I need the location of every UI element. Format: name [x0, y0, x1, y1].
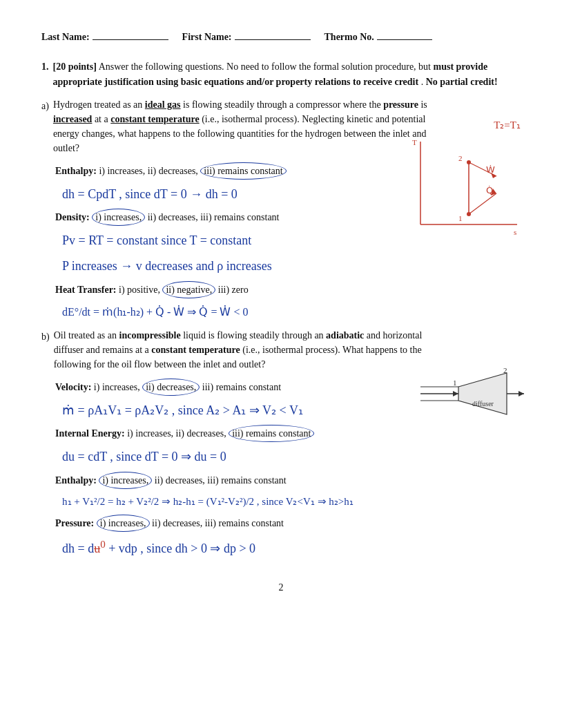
heat-question: Heat Transfer: i) positive, ii) negative…	[55, 281, 521, 298]
pa-text4: at a	[95, 114, 110, 124]
pb-text1: Oil treated as an	[54, 330, 117, 341]
density-opts: ii) decreases, iii) remains constant	[148, 212, 280, 222]
pressure-b-label: Pressure:	[55, 518, 94, 528]
enthalpy-b-circled: i) increases,	[99, 472, 152, 489]
svg-text:2: 2	[503, 366, 507, 374]
q1-header: 1. [20 points] Answer the following ques…	[41, 59, 521, 90]
q1-text1: Answer the following questions. No need …	[99, 61, 431, 72]
q1-text: [20 points] Answer the following questio…	[53, 59, 521, 90]
pa-ideal-gas: ideal gas	[145, 99, 181, 110]
velocity-label: Velocity:	[55, 382, 91, 392]
first-name-field: First Name:	[182, 28, 311, 44]
internal-opts: i) increases, ii) decreases,	[127, 428, 226, 439]
header-row: Last Name: First Name: Thermo No.	[41, 28, 521, 44]
svg-text:2: 2	[458, 154, 463, 162]
last-name-underline[interactable]	[93, 28, 168, 40]
enthalpy-b-opts: ii) decreases, iii) remains constant	[155, 475, 287, 486]
t2t1-annotation: T₂=T₁	[494, 117, 521, 133]
svg-marker-19	[519, 391, 524, 396]
thermo-field: Thermo No.	[324, 28, 432, 44]
pa-const-temp: constant temperature	[110, 114, 199, 124]
hw-pressure: dh = du0 + vdp , since dh > 0 ⇒ dp > 0	[62, 536, 521, 559]
internal-label: Internal Energy:	[55, 428, 125, 439]
velocity-circled: ii) decreases,	[142, 379, 200, 396]
enthalpy-b-label: Enthalpy:	[55, 475, 97, 486]
diagram-b: 1 2 diffuser	[417, 366, 527, 435]
velocity-opts2: iii) remains constant	[202, 382, 281, 392]
enthalpy-circled: iii) remains constant	[200, 162, 286, 180]
velocity-opts1: i) increases,	[94, 382, 140, 392]
part-a-label: a)	[41, 99, 49, 155]
pressure-b-circled: i) increases,	[97, 515, 150, 532]
page-number: 2	[41, 580, 521, 595]
pa-text2: is flowing steadily through a compressor…	[183, 99, 381, 110]
thermo-label: Thermo No.	[324, 30, 374, 44]
svg-marker-17	[453, 391, 458, 396]
pressure-b-question: Pressure: i) increases, ii) decreases, i…	[55, 515, 521, 532]
question-1: 1. [20 points] Answer the following ques…	[41, 59, 521, 90]
hw-density2: P increases → v decreases and ρ increase…	[62, 256, 521, 277]
hw-enthalpy-b: h₁ + V₁²/2 = h₂ + V₂²/2 ⇒ h₂-h₁ = (V₁²-V…	[62, 493, 521, 511]
q1-number: 1.	[41, 59, 49, 74]
pa-text1: Hydrogen treated as an	[53, 99, 142, 110]
heat-opts2: iii) zero	[218, 285, 249, 295]
part-b-label: b)	[41, 329, 50, 372]
internal-circled: iii) remains constant	[229, 425, 314, 442]
part-b-content: Oil treated as an incompressible liquid …	[54, 328, 440, 372]
pb-const-temp: constant temperature	[151, 345, 240, 355]
pa-text3: is	[420, 99, 427, 110]
svg-text:T: T	[412, 138, 417, 146]
pb-text2: liquid is flowing steadily through an	[183, 330, 323, 341]
svg-line-11	[469, 193, 496, 214]
pa-pressure: pressure	[383, 99, 418, 110]
part-a-content: Hydrogen treated as an ideal gas is flow…	[53, 97, 440, 155]
heat-opts1: i) positive,	[119, 285, 160, 295]
pb-incompressible: incompressible	[119, 330, 181, 341]
thermo-underline[interactable]	[377, 28, 432, 40]
enthalpy-opts: i) increases, ii) decreases,	[99, 166, 197, 176]
hw-heat: dE°/dt = ṁ(h₁-h₂) + Q̇ - Ẇ ⇒ Q̇ = Ẇ < 0	[62, 303, 521, 321]
svg-text:1: 1	[458, 214, 463, 222]
svg-text:1: 1	[453, 379, 457, 387]
pressure-b-opts: ii) decreases, iii) remains constant	[152, 518, 284, 528]
density-circled: i) increases,	[92, 209, 145, 226]
svg-text:diffuser: diffuser	[472, 400, 494, 408]
first-name-label: First Name:	[182, 30, 232, 44]
svg-marker-15	[458, 373, 507, 414]
svg-text:s: s	[514, 228, 516, 236]
q1-bold2: No partial credit!	[426, 77, 498, 87]
enthalpy-b-question: Enthalpy: i) increases, ii) decreases, i…	[55, 472, 521, 489]
exam-page: Last Name: First Name: Thermo No. 1. [20…	[0, 0, 562, 728]
hw-internal: du = cdT , since dT = 0 ⇒ du = 0	[62, 446, 521, 468]
density-label: Density:	[55, 212, 90, 222]
part-b-block: b) Oil treated as an incompressible liqu…	[41, 328, 521, 372]
enthalpy-label: Enthalpy:	[55, 166, 97, 176]
diagram-a: s T Ẇ Q̇ 1 2	[407, 135, 524, 238]
pa-increased: increased	[53, 114, 93, 124]
q1-points: [20 points]	[53, 61, 97, 72]
heat-label: Heat Transfer:	[55, 285, 117, 295]
last-name-field: Last Name:	[41, 28, 168, 44]
q1-text2: .	[421, 77, 426, 87]
heat-circled: ii) negative,	[162, 281, 215, 298]
pb-adiabatic: adiabatic	[326, 330, 364, 341]
last-name-label: Last Name:	[41, 30, 90, 44]
first-name-underline[interactable]	[235, 28, 311, 40]
